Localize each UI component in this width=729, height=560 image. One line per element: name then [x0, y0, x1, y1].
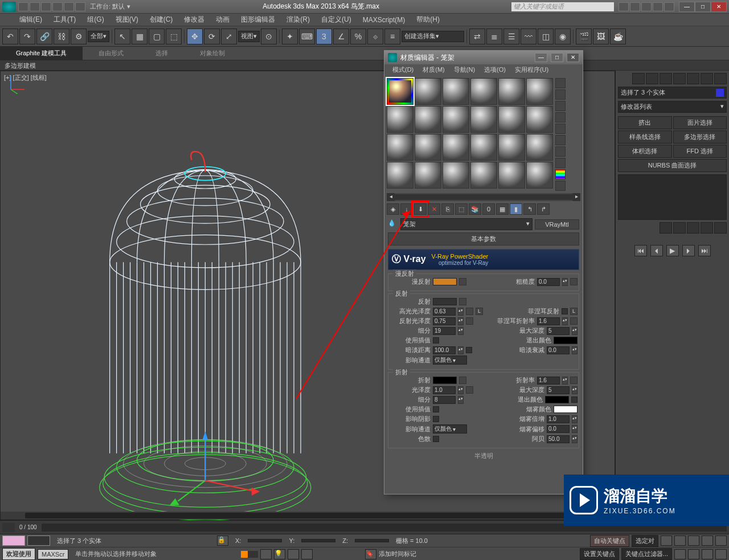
- raffect-dropdown[interactable]: 仅颜色 ▾: [433, 424, 467, 434]
- dimdist-checkbox[interactable]: [466, 347, 472, 353]
- display-tab-icon[interactable]: [687, 73, 699, 84]
- fresnel-checkbox[interactable]: [562, 308, 568, 314]
- tab-graphite[interactable]: Graphite 建模工具: [0, 47, 83, 60]
- nav-max-icon[interactable]: [715, 549, 727, 559]
- put-to-scene-icon[interactable]: ↓: [400, 203, 413, 215]
- nav-pan-icon[interactable]: [674, 549, 686, 559]
- modifier-list-dropdown[interactable]: 修改器列表▾: [618, 101, 727, 113]
- material-editor-icon[interactable]: ◉: [555, 28, 571, 44]
- menu-render[interactable]: 渲染(R): [281, 14, 316, 26]
- menu-animation[interactable]: 动画: [210, 14, 235, 26]
- sample-slot[interactable]: [470, 162, 497, 189]
- maxdepth-input[interactable]: 5: [547, 327, 570, 335]
- remove-mod-icon[interactable]: [701, 222, 713, 234]
- z-input[interactable]: [355, 539, 389, 542]
- pivot-icon[interactable]: ⊙: [261, 28, 277, 44]
- move-icon[interactable]: ✥: [187, 28, 203, 44]
- go-parent-icon[interactable]: ↰: [523, 203, 536, 215]
- scroll-left-icon[interactable]: ◂: [387, 193, 395, 201]
- spinner-icon[interactable]: ▴▾: [458, 317, 464, 325]
- dialog-close-button[interactable]: ✕: [567, 53, 579, 62]
- tag-icon[interactable]: 🔖: [365, 549, 376, 559]
- sample-slot[interactable]: [443, 106, 469, 133]
- diffuse-map-button[interactable]: [459, 278, 466, 285]
- render-icon[interactable]: ☕: [610, 28, 626, 44]
- editnamed-icon[interactable]: ≡: [384, 28, 400, 44]
- angle-snap-icon[interactable]: ∠: [333, 28, 349, 44]
- dmenu-mode[interactable]: 模式(D): [388, 64, 418, 76]
- material-type-button[interactable]: VRayMtl: [535, 219, 579, 230]
- menu-group[interactable]: 组(G): [81, 14, 109, 26]
- ruseinterp-checkbox[interactable]: [433, 406, 439, 412]
- spinner-snap-icon[interactable]: ⟐: [367, 28, 383, 44]
- qat-redo-icon[interactable]: [64, 2, 74, 11]
- refcoord-dropdown[interactable]: 视图 ▾: [238, 31, 260, 42]
- select-window-icon[interactable]: ⬚: [166, 28, 182, 44]
- keyboard-icon[interactable]: ⌨: [299, 28, 315, 44]
- sample-slot[interactable]: [498, 106, 525, 133]
- select-by-mat-icon[interactable]: [555, 158, 566, 168]
- exitcolor-swatch[interactable]: [554, 337, 578, 344]
- keyfilter-button[interactable]: 关键点过滤器...: [621, 548, 672, 560]
- menu-edit[interactable]: 编辑(E): [14, 14, 48, 26]
- show-result-icon[interactable]: [673, 222, 686, 234]
- sample-slot[interactable]: [526, 78, 553, 105]
- fogcolor-swatch[interactable]: [554, 406, 578, 413]
- sample-slot[interactable]: [443, 78, 469, 105]
- manip-icon[interactable]: ✦: [282, 28, 298, 44]
- exchange-icon[interactable]: [641, 2, 652, 11]
- isolate-icon[interactable]: [260, 549, 272, 559]
- scroll-right-icon[interactable]: ▸: [572, 193, 580, 201]
- video-check-icon[interactable]: [555, 124, 566, 134]
- sample-slot[interactable]: [526, 162, 553, 189]
- render-setup-icon[interactable]: 🎬: [576, 28, 592, 44]
- fresnel-lock-button[interactable]: L: [570, 308, 578, 315]
- favorite-icon[interactable]: [653, 2, 663, 11]
- show-end-result-icon[interactable]: ▮: [510, 203, 522, 215]
- dmenu-options[interactable]: 选项(O): [480, 64, 510, 76]
- curve-editor-icon[interactable]: 〰: [521, 28, 536, 44]
- tab-paint[interactable]: 对象绘制: [184, 47, 241, 60]
- play-icon[interactable]: ▶: [666, 245, 679, 256]
- schematic-icon[interactable]: ◫: [538, 28, 554, 44]
- qat-undo-icon[interactable]: [52, 2, 63, 11]
- nav-icon[interactable]: [674, 536, 686, 546]
- spinner-icon[interactable]: ▴▾: [562, 278, 568, 286]
- reflect-color-swatch[interactable]: [433, 298, 457, 305]
- nav-icon[interactable]: [688, 536, 699, 546]
- sample-type-icon[interactable]: [555, 78, 566, 88]
- selection-filter[interactable]: 全部 ▾: [88, 31, 109, 42]
- object-color-swatch[interactable]: [716, 89, 724, 97]
- rglossy-input[interactable]: 0.75: [433, 317, 456, 325]
- sample-slot[interactable]: [443, 134, 469, 161]
- menu-view[interactable]: 视图(V): [110, 14, 144, 26]
- rough-map-button[interactable]: [570, 278, 578, 285]
- background-icon[interactable]: [555, 101, 566, 111]
- sample-slot[interactable]: [415, 162, 441, 189]
- put-library-icon[interactable]: 📚: [469, 203, 481, 215]
- sample-slot[interactable]: [498, 78, 525, 105]
- fresnelior-input[interactable]: 1.6: [537, 317, 560, 325]
- refract-map-button[interactable]: [459, 377, 466, 384]
- lock-icon[interactable]: 🔒: [217, 536, 228, 546]
- assign-to-selection-icon[interactable]: ⬇: [414, 203, 427, 215]
- ior-input[interactable]: 1.6: [537, 377, 560, 385]
- lock-button[interactable]: L: [476, 308, 483, 315]
- disp-checkbox[interactable]: [433, 436, 439, 442]
- backlight-icon[interactable]: [555, 89, 566, 100]
- scale-icon[interactable]: ⤢: [221, 28, 237, 44]
- sample-slot[interactable]: [498, 134, 525, 161]
- tab-freeform[interactable]: 自由形式: [83, 47, 140, 60]
- glossy-map-button[interactable]: [466, 386, 473, 394]
- modifier-stack[interactable]: [618, 174, 727, 220]
- pin-stack-icon[interactable]: [660, 222, 672, 234]
- sample-slot[interactable]: [387, 134, 413, 161]
- rough-input[interactable]: 0.0: [537, 278, 560, 286]
- y-input[interactable]: [301, 539, 335, 542]
- dimfall-input[interactable]: 0.0: [547, 346, 570, 354]
- motion-tab-icon[interactable]: [673, 73, 686, 84]
- spinner-icon[interactable]: ▴▾: [572, 415, 578, 423]
- bind-icon[interactable]: ⚙: [71, 28, 87, 44]
- sample-slot[interactable]: [415, 106, 441, 133]
- help-search-input[interactable]: 键入关键字或短语: [511, 2, 614, 11]
